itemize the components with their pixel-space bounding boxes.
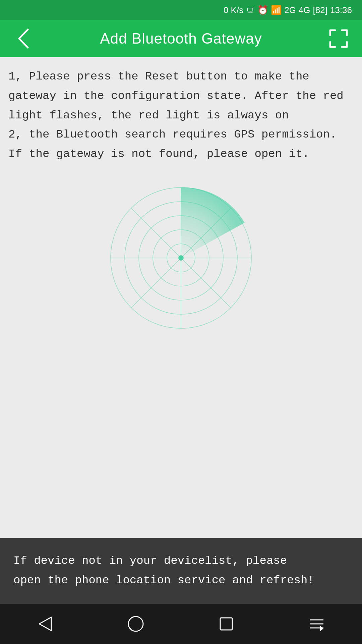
nav-recent-button[interactable] [206, 610, 246, 637]
nav-extra-button[interactable] [297, 610, 337, 637]
instruction-line2: gateway in the configuration state. Afte… [8, 90, 344, 102]
svg-rect-12 [220, 618, 232, 630]
network-speed: 0 K/s [224, 5, 243, 15]
instruction-line4: 2, the Bluetooth search requires GPS per… [8, 128, 337, 141]
nav-home-button[interactable] [116, 610, 156, 637]
instruction-line1: 1, Please press the Reset button to make… [8, 70, 309, 83]
nav-back-button[interactable] [25, 610, 65, 637]
instruction-line5: If the gateway is not found, please open… [8, 148, 309, 160]
instructions-text: 1, Please press the Reset button to make… [8, 67, 354, 164]
svg-point-9 [178, 255, 184, 261]
svg-point-11 [128, 616, 143, 631]
radar-visualization [104, 181, 258, 335]
app-bar: Add Bluetooth Gateway [0, 20, 362, 57]
svg-marker-16 [320, 626, 323, 631]
status-icons: 0 K/s ⯳ ⏰ 📶 2G 4G [82] 13:36 [224, 5, 352, 15]
battery-icon: [82] [313, 5, 327, 15]
signal-2g-icon: 2G [284, 5, 296, 15]
bottom-banner-text: If device not in your devicelist, please… [13, 551, 349, 590]
bottom-banner: If device not in your devicelist, please… [0, 538, 362, 604]
nav-bar [0, 604, 362, 644]
alarm-icon: ⏰ [257, 5, 268, 15]
back-button[interactable] [10, 27, 37, 50]
bluetooth-icon: ⯳ [246, 5, 255, 15]
main-content: 1, Please press the Reset button to make… [0, 57, 362, 538]
page-title: Add Bluetooth Gateway [37, 30, 325, 47]
svg-marker-10 [39, 617, 51, 631]
signal-4g-icon: 4G [299, 5, 310, 15]
instruction-line3: light flashes, the red light is always o… [8, 109, 289, 122]
status-bar: 0 K/s ⯳ ⏰ 📶 2G 4G [82] 13:36 [0, 0, 362, 20]
scan-button[interactable] [325, 25, 352, 52]
time-display: 13:36 [330, 5, 352, 15]
wifi-icon: 📶 [271, 5, 282, 15]
